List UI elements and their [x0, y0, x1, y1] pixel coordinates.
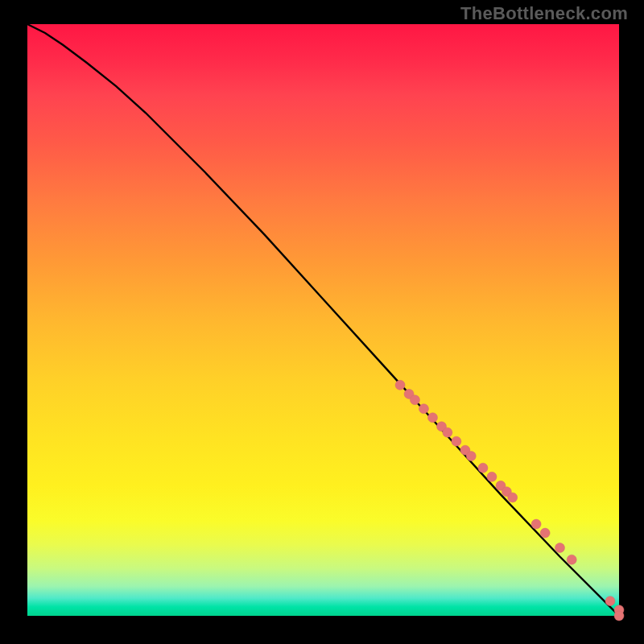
data-point: [466, 452, 476, 461]
data-point: [605, 597, 615, 606]
data-point: [419, 404, 428, 414]
data-point: [478, 463, 488, 473]
data-point: [487, 472, 497, 481]
data-point: [567, 555, 576, 564]
data-points-group: [395, 380, 624, 621]
data-point: [395, 380, 405, 390]
data-point: [555, 543, 565, 552]
curve-line: [27, 24, 619, 616]
chart-svg: [27, 24, 619, 616]
chart-frame: TheBottleneck.com: [0, 0, 644, 644]
data-point: [410, 395, 419, 405]
data-point: [614, 611, 624, 621]
watermark-text: TheBottleneck.com: [460, 3, 628, 24]
data-point: [443, 427, 452, 437]
data-point: [508, 493, 518, 502]
data-point: [427, 413, 437, 423]
data-point: [531, 519, 541, 529]
data-point: [452, 436, 461, 446]
plot-area: [27, 24, 619, 616]
data-point: [540, 528, 550, 538]
